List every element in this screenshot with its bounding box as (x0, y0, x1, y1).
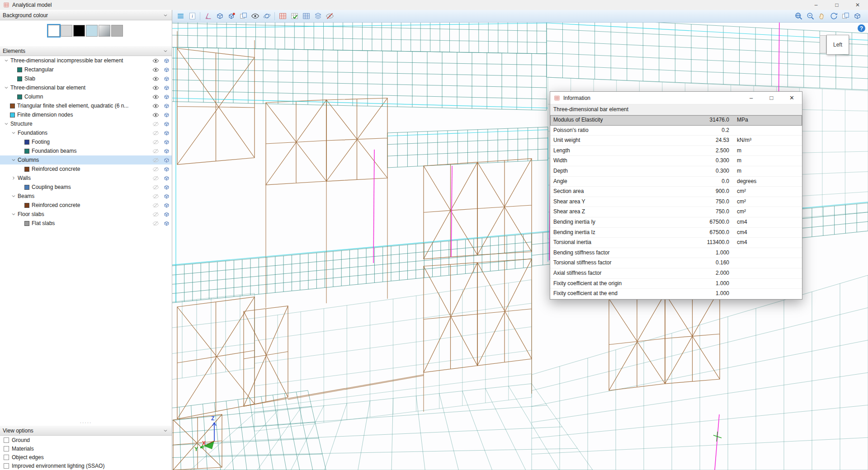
dialog-maximize-button[interactable]: □ (761, 92, 782, 104)
property-row-shear-area-z[interactable]: Shear area Z750.0cm² (550, 207, 802, 217)
checkbox[interactable] (4, 446, 9, 451)
tree-item-column[interactable]: Column (0, 92, 172, 101)
view-option-materials[interactable]: Materials (0, 444, 172, 453)
element-3d-cube-icon[interactable] (161, 174, 172, 182)
element-3d-cube-icon[interactable] (161, 75, 172, 82)
chevron-down-icon[interactable] (3, 57, 9, 64)
view-cube-side-face[interactable] (820, 35, 826, 53)
colour-swatch-grey-gradient[interactable] (99, 25, 110, 37)
visibility-off-icon[interactable] (150, 174, 161, 182)
tree-item-three-dimensional-bar-element[interactable]: Three-dimensional bar element (0, 83, 172, 92)
colour-swatch-black[interactable] (73, 25, 85, 37)
tree-item-rectangular[interactable]: Rectangular (0, 65, 172, 74)
elements-header[interactable]: Elements (0, 46, 172, 56)
property-row-bending-inertia-iz[interactable]: Bending inertia Iz67500.0cm4 (550, 228, 802, 238)
view-options-header[interactable]: View options (0, 425, 172, 436)
tree-item-columns[interactable]: Columns (0, 155, 172, 164)
chevron-right-icon[interactable] (10, 175, 17, 182)
visibility-eye-icon[interactable] (250, 11, 260, 22)
element-3d-cube-icon[interactable] (161, 202, 172, 209)
tree-item-floor-slabs[interactable]: Floor slabs (0, 210, 172, 219)
property-row-depth[interactable]: Depth0.300m (550, 166, 802, 177)
orbit-rotate-icon[interactable] (828, 11, 839, 22)
view-option-ground[interactable]: Ground (0, 436, 172, 444)
tree-item-foundations[interactable]: Foundations (0, 128, 172, 137)
visibility-off-icon[interactable] (150, 138, 161, 146)
chevron-down-icon[interactable] (10, 211, 17, 218)
element-3d-cube-icon[interactable] (161, 220, 172, 227)
chevron-down-icon[interactable] (162, 12, 169, 19)
element-3d-cube-icon[interactable] (161, 111, 172, 118)
view-cube-icon[interactable] (214, 11, 225, 22)
window-minimize-button[interactable]: – (806, 0, 826, 10)
floors-layers-icon[interactable] (175, 11, 186, 22)
element-3d-cube-icon[interactable] (161, 66, 172, 73)
element-3d-cube-icon[interactable] (161, 147, 172, 155)
view-cube-front-face[interactable]: Left (826, 35, 849, 55)
layers-stack-icon[interactable] (312, 11, 323, 22)
isometric-view-icon[interactable] (852, 11, 863, 22)
tree-item-reinforced-concrete[interactable]: Reinforced concrete (0, 201, 172, 210)
property-row-fixity-coefficient-at-the-end[interactable]: Fixity coefficient at the end1.000 (550, 289, 802, 299)
visibility-eye-icon[interactable] (150, 111, 161, 118)
chevron-down-icon[interactable] (3, 85, 9, 91)
chevron-down-icon[interactable] (10, 157, 17, 164)
pinned-view-icon[interactable] (226, 11, 237, 22)
check-grid-icon[interactable] (289, 11, 300, 22)
visibility-eye-icon[interactable] (150, 75, 161, 82)
property-row-width[interactable]: Width0.300m (550, 156, 802, 166)
checkbox[interactable] (4, 437, 9, 443)
chevron-down-icon[interactable] (3, 121, 9, 127)
visibility-off-icon[interactable] (150, 165, 161, 173)
property-row-shear-area-y[interactable]: Shear area Y750.0cm² (550, 197, 802, 207)
visibility-off-icon[interactable] (150, 183, 161, 191)
section-angle-icon[interactable] (203, 11, 213, 22)
dialog-close-button[interactable]: ✕ (782, 92, 802, 104)
tree-item-foundation-beams[interactable]: Foundation beams (0, 146, 172, 155)
property-row-bending-inertia-iy[interactable]: Bending inertia Iy67500.0cm4 (550, 217, 802, 228)
property-row-bending-stiffness-factor[interactable]: Bending stiffness factor1.000 (550, 248, 802, 258)
visibility-eye-icon[interactable] (150, 93, 161, 100)
element-3d-cube-icon[interactable] (161, 165, 172, 173)
element-3d-cube-icon[interactable] (161, 57, 172, 64)
element-3d-cube-icon[interactable] (161, 120, 172, 127)
property-row-axial-stiffness-factor[interactable]: Axial stiffness factor2.000 (550, 268, 802, 279)
tree-item-coupling-beams[interactable]: Coupling beams (0, 183, 172, 192)
tree-item-finite-dimension-nodes[interactable]: Finite dimension nodes (0, 110, 172, 119)
element-3d-cube-icon[interactable] (161, 156, 172, 164)
visibility-off-icon[interactable] (150, 193, 161, 200)
analysis-grid-icon[interactable] (277, 11, 288, 22)
element-3d-cube-icon[interactable] (161, 138, 172, 146)
pan-hand-icon[interactable] (816, 11, 827, 22)
property-row-angle[interactable]: Angle0.0degrees (550, 177, 802, 187)
chevron-down-icon[interactable] (10, 193, 17, 200)
chevron-down-icon[interactable] (10, 130, 17, 136)
property-row-length[interactable]: Length2.500m (550, 146, 802, 156)
hide-elements-icon[interactable] (324, 11, 335, 22)
info-icon[interactable]: i (187, 11, 198, 22)
property-row-modulus-of-elasticity[interactable]: Modulus of Elasticity31476.0MPa (550, 115, 802, 126)
visibility-off-icon[interactable] (150, 202, 161, 209)
tree-item-reinforced-concrete[interactable]: Reinforced concrete (0, 164, 172, 174)
viewport-windows-icon[interactable] (238, 11, 249, 22)
element-3d-cube-icon[interactable] (161, 193, 172, 200)
colour-swatch-white[interactable] (48, 25, 60, 37)
visibility-off-icon[interactable] (150, 147, 161, 155)
window-maximize-button[interactable]: □ (826, 0, 847, 10)
colour-swatch-pale-blue[interactable] (86, 25, 98, 37)
visibility-eye-icon[interactable] (150, 102, 161, 109)
tree-item-three-dimensional-incompressible-bar-eleme[interactable]: Three-dimensional incompressible bar ele… (0, 56, 172, 65)
chevron-down-icon[interactable] (162, 427, 169, 434)
view-cube[interactable]: Left (820, 35, 849, 55)
view-option-improved-environment-lighting-ssao[interactable]: Improved environment lighting (SSAO) (0, 461, 172, 470)
visibility-off-icon[interactable] (150, 156, 161, 164)
zoom-extents-globe-icon[interactable] (793, 11, 804, 22)
colour-swatch-light-grey[interactable] (61, 25, 72, 37)
help-icon[interactable]: ? (858, 24, 865, 32)
visibility-off-icon[interactable] (150, 220, 161, 227)
property-row-torsional-stiffness-factor[interactable]: Torsional stiffness factor0.160 (550, 258, 802, 268)
tree-item-structure[interactable]: Structure (0, 119, 172, 128)
background-colour-header[interactable]: Background colour (0, 10, 172, 20)
tree-item-footing[interactable]: Footing (0, 137, 172, 146)
sidebar-splitter-handle[interactable]: ····· (0, 420, 172, 425)
